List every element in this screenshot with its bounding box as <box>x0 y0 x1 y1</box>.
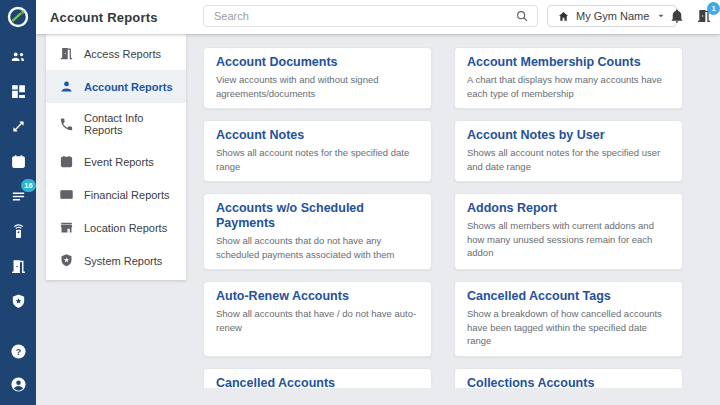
report-title: Account Notes by User <box>467 128 670 143</box>
person-icon <box>59 79 74 94</box>
report-title: Account Documents <box>216 55 419 70</box>
report-description: Show all accounts that do not have any s… <box>216 234 419 261</box>
report-card-account-notes-by-user[interactable]: Account Notes by User Shows all account … <box>454 120 683 182</box>
chevron-down-icon <box>655 10 667 22</box>
report-card-cancelled-account-tags[interactable]: Cancelled Account Tags Show a breakdown … <box>454 281 683 357</box>
svg-text:?: ? <box>15 346 20 356</box>
sidebar-item-system-reports[interactable]: System Reports <box>46 244 186 277</box>
door-badge: 1 <box>707 2 720 15</box>
report-card-auto-renew-accounts[interactable]: Auto-Renew Accounts Show all accounts th… <box>203 281 432 357</box>
gym-selector-label: My Gym Name <box>576 10 649 22</box>
search-icon[interactable] <box>515 9 529 23</box>
store-icon <box>59 220 74 235</box>
rail-button-remote-icon[interactable] <box>7 220 29 242</box>
rail-button-tasks-icon[interactable]: 16 <box>7 185 29 207</box>
phone-icon <box>59 117 74 132</box>
sidebar-item-label: Contact Info Reports <box>84 112 173 136</box>
gym-selector-button[interactable]: My Gym Name <box>547 5 677 27</box>
door-icon <box>59 46 74 61</box>
account-icon <box>10 376 27 393</box>
rail-icon-list: 16 <box>0 45 36 340</box>
page-title: Account Reports <box>50 0 158 34</box>
report-title: Auto-Renew Accounts <box>216 289 419 304</box>
sidebar-item-label: Location Reports <box>84 222 167 234</box>
app-icon-rail: 16 ? <box>0 0 36 405</box>
rail-button-calendar-icon[interactable] <box>7 150 29 172</box>
money-icon: $ <box>59 187 74 202</box>
shield-icon <box>10 293 27 310</box>
report-title: Collections Accounts <box>467 376 670 389</box>
report-category-sidebar: Access Reports Account Reports Contact I… <box>46 34 186 280</box>
report-title: Accounts w/o Scheduled Payments <box>216 201 419 231</box>
sidebar-item-contact-info-reports[interactable]: Contact Info Reports <box>46 103 186 145</box>
report-card-grid: Account Documents View accounts with and… <box>203 47 683 388</box>
report-title: Cancelled Accounts <box>216 376 419 389</box>
rail-button-account-icon[interactable] <box>7 373 29 395</box>
search-input[interactable] <box>212 9 515 23</box>
sidebar-item-label: Account Reports <box>84 81 173 93</box>
rail-button-people-icon[interactable] <box>7 45 29 67</box>
report-description: Shows all account notes for the specifie… <box>467 146 670 173</box>
help-icon: ? <box>10 343 27 360</box>
sidebar-item-location-reports[interactable]: Location Reports <box>46 211 186 244</box>
calendar-icon <box>59 154 74 169</box>
top-bar: Account Reports My Gym Name 1 <box>36 0 720 34</box>
door-icon <box>10 258 27 275</box>
sidebar-item-label: System Reports <box>84 255 162 267</box>
rail-button-dashboard-icon[interactable] <box>7 80 29 102</box>
home-icon <box>557 10 570 23</box>
rail-bottom-icons: ? <box>7 340 29 395</box>
report-card-accounts-w-o-scheduled-payments[interactable]: Accounts w/o Scheduled Payments Show all… <box>203 193 432 270</box>
shield-icon <box>59 253 74 268</box>
report-card-addons-report[interactable]: Addons Report Shows all members with cur… <box>454 193 683 270</box>
global-search <box>203 5 538 27</box>
people-icon <box>10 48 27 65</box>
sidebar-item-financial-reports[interactable]: $ Financial Reports <box>46 178 186 211</box>
notifications-bell-icon[interactable] <box>669 8 687 26</box>
rail-button-shield-icon[interactable] <box>7 290 29 312</box>
sidebar-item-account-reports[interactable]: Account Reports <box>46 70 186 103</box>
rail-button-help-icon[interactable]: ? <box>7 340 29 362</box>
report-card-cancelled-accounts[interactable]: Cancelled Accounts List all accounts tha… <box>203 368 432 389</box>
report-title: Account Membership Counts <box>467 55 670 70</box>
rail-button-resize-arrows-icon[interactable] <box>7 115 29 137</box>
report-card-collections-accounts[interactable]: Collections Accounts Shows all accounts … <box>454 368 683 389</box>
sidebar-item-event-reports[interactable]: Event Reports <box>46 145 186 178</box>
rail-button-door-icon[interactable] <box>7 255 29 277</box>
report-description: Show all accounts that have / do not hav… <box>216 307 419 334</box>
report-description: View accounts with and without signed ag… <box>216 73 419 100</box>
report-card-account-membership-counts[interactable]: Account Membership Counts A chart that d… <box>454 47 683 109</box>
sidebar-item-label: Financial Reports <box>84 189 170 201</box>
resize-arrows-icon <box>10 118 27 135</box>
remote-icon <box>10 223 27 240</box>
sidebar-item-label: Access Reports <box>84 48 161 60</box>
logo-icon <box>6 5 30 29</box>
app-logo[interactable] <box>0 0 36 34</box>
report-title: Cancelled Account Tags <box>467 289 670 304</box>
report-title: Addons Report <box>467 201 670 216</box>
report-description: A chart that displays how many accounts … <box>467 73 670 100</box>
report-card-account-documents[interactable]: Account Documents View accounts with and… <box>203 47 432 109</box>
report-title: Account Notes <box>216 128 419 143</box>
dashboard-icon <box>10 83 27 100</box>
sidebar-item-label: Event Reports <box>84 156 154 168</box>
calendar-icon <box>10 153 27 170</box>
rail-badge: 16 <box>21 179 36 192</box>
sidebar-item-access-reports[interactable]: Access Reports <box>46 37 186 70</box>
report-description: Shows all account notes for the specifie… <box>216 146 419 173</box>
report-card-account-notes[interactable]: Account Notes Shows all account notes fo… <box>203 120 432 182</box>
report-description: Shows all members with current addons an… <box>467 219 670 260</box>
door-checkin-icon[interactable]: 1 <box>696 8 714 26</box>
report-description: Show a breakdown of how cancelled accoun… <box>467 307 670 348</box>
